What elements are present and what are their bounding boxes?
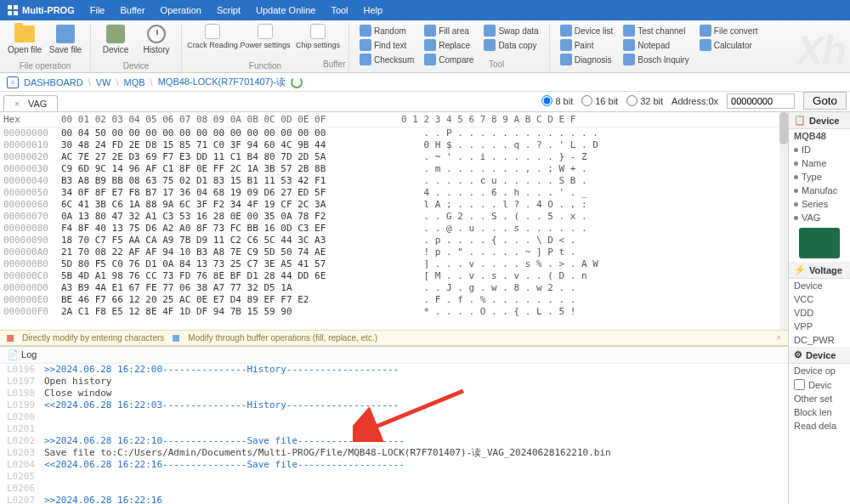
calculator-button[interactable]: Calculator <box>698 38 760 52</box>
hex-row[interactable]: 000000F02A C1 F8 E5 12 8E 4F 1D DF 94 7B… <box>0 306 788 318</box>
log-row: L0201 <box>3 423 785 435</box>
side-device-header: 📋 Device <box>789 112 850 129</box>
open-file-button[interactable]: Open file <box>5 24 44 54</box>
breadcrumb-current: MQB48-LOCK(R7F701407)-读 <box>158 76 286 88</box>
replace-icon <box>424 39 436 51</box>
hex-row[interactable]: 00000040B3 A8 B9 BB 08 63 75 02 D1 83 15… <box>0 175 788 187</box>
device-list-button[interactable]: Device list <box>558 24 615 37</box>
refresh-icon[interactable] <box>291 76 303 88</box>
hex-row[interactable]: 000000C05B 4D A1 98 76 CC 73 FD 76 8E BF… <box>0 270 788 282</box>
history-button[interactable]: History <box>137 24 176 54</box>
power-settings-button[interactable]: Power settings <box>240 24 291 49</box>
hex-row[interactable]: 000000B05D 80 F5 C0 76 D1 0A 84 13 73 25… <box>0 258 788 270</box>
side-panel: 📋 Device MQB48 ID Name Type Manufac Seri… <box>789 112 850 504</box>
log-row: L0198Close window <box>3 388 785 399</box>
hex-row[interactable]: 000000A021 70 08 22 AF AF 94 10 B3 A8 7E… <box>0 246 788 258</box>
checksum-button[interactable]: Checksum <box>358 53 416 66</box>
ribbon-group-buffer: Random Find text Checksum Fill area Repl… <box>349 24 550 72</box>
log-body[interactable]: L0196>>2024.06.28 16:22:00--------------… <box>0 364 788 504</box>
brand-watermark: Xh <box>796 27 845 73</box>
breadcrumb-dashboard[interactable]: DASHBOARD <box>24 77 83 88</box>
hex-row[interactable]: 000000E0BE 46 F7 66 12 20 25 AC 0E E7 D4… <box>0 294 788 306</box>
menu-operation[interactable]: Operation <box>161 5 201 15</box>
log-row: L0206 <box>3 483 785 495</box>
direct-modify-indicator <box>7 335 14 342</box>
calc-icon <box>700 39 711 51</box>
radio-32bit[interactable]: 32 bit <box>626 95 663 106</box>
bosch-icon <box>623 54 635 65</box>
home-icon[interactable]: ⌂ <box>7 76 19 88</box>
hex-row[interactable]: 000000606C 41 3B C6 1A 88 9A 6C 3F F2 34… <box>0 199 788 211</box>
paint-button[interactable]: Paint <box>558 38 615 52</box>
ribbon-caption-device: Device <box>123 61 150 71</box>
svg-rect-3 <box>14 11 18 15</box>
radio-16bit[interactable]: 16 bit <box>581 95 618 106</box>
hex-row[interactable]: 0000001030 48 24 FD 2E D8 15 85 71 C0 3F… <box>0 139 788 151</box>
menu-script[interactable]: Script <box>217 5 241 15</box>
menu-file[interactable]: File <box>90 5 105 15</box>
hex-row[interactable]: 000000D0A3 B9 4A E1 67 FE 77 06 38 A7 77… <box>0 282 788 294</box>
save-file-button[interactable]: Save file <box>46 24 85 54</box>
hex-bytes-header: 00 01 02 03 04 05 06 07 08 09 0A 0B 0C 0… <box>61 114 401 125</box>
crack-reading-button[interactable]: Crack Reading <box>187 24 238 49</box>
find-icon <box>360 39 371 51</box>
hex-row[interactable]: 00000080F4 8F 40 13 75 D6 A2 A0 8F 73 FC… <box>0 223 788 235</box>
side-field-manufac: Manufac <box>789 184 850 197</box>
svg-rect-0 <box>8 5 12 9</box>
hex-row[interactable]: 0000009018 70 C7 F5 AA CA A9 7B D9 11 C2… <box>0 235 788 246</box>
log-row: L0199<<2024.06.28 16:22:03--------------… <box>3 399 785 411</box>
ribbon-group-file: Open file Save file File operation <box>0 24 91 72</box>
address-input[interactable] <box>727 93 795 109</box>
volt-vdd: VDD <box>789 306 850 320</box>
menu-tool[interactable]: Tool <box>331 5 348 15</box>
fill-area-button[interactable]: Fill area <box>422 24 475 37</box>
app-logo: Multi-PROG <box>7 4 75 16</box>
menu-help[interactable]: Help <box>364 5 383 15</box>
swap-data-button[interactable]: Swap data <box>482 24 540 37</box>
hex-offset-header: Hex <box>0 114 61 125</box>
hex-viewer: Hex 00 01 02 03 04 05 06 07 08 09 0A 0B … <box>0 112 788 330</box>
hex-row[interactable]: 0000000000 04 50 00 00 00 00 00 00 00 00… <box>0 127 788 139</box>
hex-body[interactable]: 0000000000 04 50 00 00 00 00 00 00 00 00… <box>0 127 788 330</box>
side-device-root: MQB48 <box>789 129 850 143</box>
hex-row[interactable]: 000000700A 13 80 47 32 A1 C3 53 16 28 0E… <box>0 211 788 223</box>
menu-buffer[interactable]: Buffer <box>120 5 144 15</box>
volt-dcpwr: DC_PWR <box>789 333 850 347</box>
menu-update[interactable]: Update Online <box>256 5 315 15</box>
test-channel-button[interactable]: Test channel <box>621 24 691 37</box>
title-bar: Multi-PROG File Buffer Operation Script … <box>0 0 850 20</box>
tab-vag[interactable]: × VAG <box>3 95 58 111</box>
log-header: 📄 Log <box>0 347 788 364</box>
file-convert-button[interactable]: File convert <box>698 24 760 37</box>
checksum-icon <box>360 54 371 65</box>
radio-8bit[interactable]: 8 bit <box>541 95 573 106</box>
device-button[interactable]: Device <box>96 24 135 54</box>
compare-button[interactable]: Compare <box>422 53 475 66</box>
direct-modify-label: Directly modify by entering characters <box>22 333 164 343</box>
random-button[interactable]: Random <box>358 24 416 37</box>
chip-settings-button[interactable]: Chip settings <box>292 24 343 49</box>
data-copy-button[interactable]: Data copy <box>482 38 540 52</box>
chip-image <box>799 228 840 258</box>
chip-icon <box>105 24 126 44</box>
breadcrumb-mqb[interactable]: MQB <box>124 77 145 88</box>
replace-button[interactable]: Replace <box>422 38 475 52</box>
hex-row[interactable]: 0000005034 0F 8F E7 F8 B7 17 36 04 68 19… <box>0 187 788 199</box>
tab-close-left[interactable]: × <box>14 99 23 108</box>
find-text-button[interactable]: Find text <box>358 38 416 52</box>
devopt-check[interactable]: Devic <box>789 377 850 392</box>
hint-close-icon[interactable]: × <box>776 333 781 343</box>
notepad-button[interactable]: Notepad <box>621 38 691 52</box>
bosch-inquiry-button[interactable]: Bosch Inquiry <box>621 53 691 66</box>
breadcrumb-vw[interactable]: VW <box>96 77 111 88</box>
devopt-label: Device op <box>789 364 850 377</box>
breadcrumb: ⌂ DASHBOARD \ VW \ MQB \ MQB48-LOCK(R7F7… <box>0 73 850 92</box>
goto-button[interactable]: Goto <box>803 92 847 110</box>
log-row: L0203Save file to:C:/Users/Admin/Documen… <box>3 447 785 459</box>
hex-row[interactable]: 00000020AC 7E 27 2E D3 69 F7 E3 DD 11 C1… <box>0 151 788 163</box>
hex-row[interactable]: 00000030C9 6D 9C 14 96 AF C1 8F 0E FF 2C… <box>0 163 788 175</box>
hex-scrollbar[interactable] <box>779 112 788 330</box>
diagnosis-button[interactable]: Diagnosis <box>558 53 615 66</box>
tab-row: × VAG 8 bit 16 bit 32 bit Address:0x Got… <box>0 92 850 112</box>
ribbon-group-device: Device History Device <box>91 24 182 72</box>
